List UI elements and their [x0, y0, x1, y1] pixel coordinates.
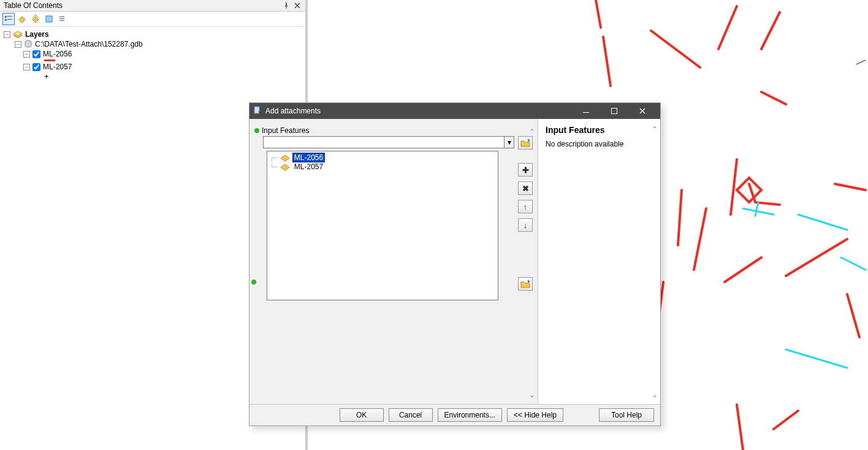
- svg-rect-6: [59, 18, 64, 19]
- close-icon[interactable]: [293, 1, 302, 10]
- move-up-button[interactable]: ↑: [518, 200, 533, 213]
- remove-button[interactable]: ✖: [518, 181, 533, 195]
- list-by-visibility-button[interactable]: [29, 13, 42, 25]
- gdb-row[interactable]: − C:\DATA\Test-Attach\152287.gdb: [4, 39, 302, 49]
- cancel-button[interactable]: Cancel: [389, 408, 433, 422]
- dialog-body: Input Features ▾ ┌┄ ML-2056: [249, 119, 660, 405]
- required-indicator-icon: [254, 128, 259, 133]
- svg-rect-3: [7, 19, 12, 20]
- list-by-selection-button[interactable]: [43, 13, 55, 25]
- tool-icon: [253, 106, 262, 116]
- add-attachments-dialog: Add attachments Input Features ▾: [249, 102, 661, 426]
- list-by-drawing-order-button[interactable]: [2, 13, 15, 25]
- feature-class-icon: [280, 162, 290, 171]
- feature-class-icon: [280, 153, 290, 162]
- layers-icon: [13, 31, 23, 39]
- dialog-footer: OK Cancel Environments... << Hide Help T…: [249, 405, 660, 425]
- scroll-up-icon[interactable]: ⌃: [529, 128, 535, 136]
- layer-name: ML-2056: [43, 50, 72, 58]
- cross-symbol: +: [44, 72, 49, 80]
- red-line-symbol: [44, 59, 55, 61]
- layers-root[interactable]: − Layers: [4, 29, 302, 39]
- layer-name: ML-2057: [43, 63, 72, 71]
- dialog-left-pane: Input Features ▾ ┌┄ ML-2056: [249, 119, 538, 404]
- expander-icon[interactable]: −: [15, 41, 21, 48]
- expander-icon[interactable]: −: [4, 31, 10, 38]
- svg-rect-11: [612, 109, 617, 114]
- list-side-buttons: ✚ ✖ ↑ ↓: [518, 136, 533, 291]
- browse-output-button[interactable]: [518, 277, 533, 291]
- layers-label: Layers: [25, 30, 49, 39]
- tree-connector-icon: └┄: [270, 163, 278, 171]
- help-pane: Input Features No description available …: [538, 119, 660, 404]
- svg-rect-2: [5, 19, 7, 21]
- list-item-label: ML-2057: [292, 162, 325, 171]
- scroll-down-icon[interactable]: ⌄: [529, 391, 535, 399]
- input-features-label-row: Input Features: [254, 126, 533, 135]
- hide-help-button[interactable]: << Hide Help: [507, 408, 563, 422]
- chevron-down-icon[interactable]: ▾: [504, 137, 514, 148]
- list-by-source-button[interactable]: [16, 13, 28, 25]
- svg-rect-4: [46, 16, 52, 22]
- svg-rect-9: [254, 107, 259, 113]
- toc-toolbar: [0, 12, 305, 27]
- svg-rect-5: [59, 17, 64, 17]
- dialog-titlebar[interactable]: Add attachments: [249, 103, 660, 119]
- layer-checkbox[interactable]: [32, 50, 40, 58]
- scroll-up-icon[interactable]: ⌃: [652, 125, 658, 134]
- ok-button[interactable]: OK: [340, 408, 384, 422]
- options-button[interactable]: [56, 13, 69, 25]
- close-button[interactable]: [628, 103, 657, 119]
- list-item[interactable]: ┌┄ ML-2056: [270, 153, 495, 162]
- help-body: No description available: [546, 140, 653, 148]
- input-features-combo[interactable]: ▾: [263, 136, 514, 148]
- scroll-down-icon[interactable]: ⌄: [652, 391, 658, 399]
- expander-icon[interactable]: −: [23, 51, 30, 58]
- required-indicator-icon: [251, 280, 256, 284]
- list-item-label: ML-2056: [292, 153, 325, 162]
- toc-tree: − Layers − C:\DATA\Test-Attach\152287.gd…: [0, 27, 305, 83]
- add-button[interactable]: ✚: [518, 163, 533, 177]
- expander-icon[interactable]: −: [23, 64, 30, 71]
- svg-rect-1: [7, 16, 12, 17]
- svg-rect-7: [59, 20, 64, 21]
- tree-connector-icon: ┌┄: [270, 154, 278, 162]
- input-features-textbox[interactable]: [264, 137, 504, 148]
- toc-title: Table Of Contents: [4, 1, 63, 10]
- toc-header: Table Of Contents: [0, 0, 305, 12]
- svg-rect-0: [5, 16, 7, 18]
- pin-icon[interactable]: [282, 1, 291, 10]
- list-item[interactable]: └┄ ML-2057: [270, 162, 495, 171]
- minimize-button[interactable]: [572, 103, 600, 119]
- layer-checkbox[interactable]: [32, 63, 40, 71]
- input-features-listbox[interactable]: ┌┄ ML-2056 └┄ ML-2057: [267, 151, 498, 300]
- maximize-button[interactable]: [600, 103, 628, 119]
- layer-row-1[interactable]: − ML-2057: [4, 62, 302, 72]
- layer-symbol-1: +: [4, 72, 302, 81]
- dialog-title: Add attachments: [265, 107, 572, 115]
- layer-row-0[interactable]: − ML-2056: [4, 49, 302, 59]
- toc-header-actions: [282, 1, 302, 10]
- geodatabase-icon: [24, 40, 32, 48]
- input-features-label: Input Features: [262, 126, 309, 135]
- help-heading: Input Features: [546, 125, 653, 135]
- move-down-button[interactable]: ↓: [518, 218, 533, 232]
- svg-rect-10: [583, 112, 589, 113]
- gdb-path: C:\DATA\Test-Attach\152287.gdb: [35, 40, 143, 48]
- environments-button[interactable]: Environments...: [438, 408, 502, 422]
- tool-help-button[interactable]: Tool Help: [599, 408, 654, 422]
- browse-button[interactable]: [518, 136, 533, 150]
